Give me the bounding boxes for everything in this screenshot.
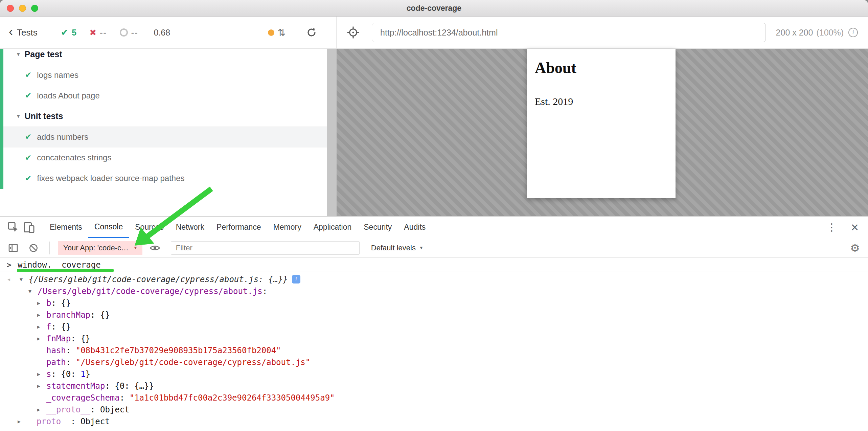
viewport-size: 200 x 200 (776, 28, 813, 38)
status-dot-icon (268, 29, 274, 36)
expander-closed-icon[interactable]: ▶ (37, 324, 46, 330)
reload-button[interactable] (306, 27, 317, 38)
clear-console-button[interactable] (26, 240, 41, 256)
tab-sources[interactable]: Sources (129, 217, 169, 238)
more-options-icon[interactable]: ⋮ (827, 221, 837, 233)
window-title: code-coverage (0, 0, 868, 17)
console-pane: > window.__coverage__ ◂ ▼ {/Users/gleb/g… (0, 258, 868, 427)
expander-closed-icon[interactable]: ▶ (37, 336, 46, 342)
console-drawer-icon (8, 243, 19, 253)
back-to-tests-label: Tests (17, 27, 38, 38)
expander-closed-icon[interactable]: ▶ (37, 312, 46, 318)
expander-open-icon[interactable]: ▼ (28, 288, 38, 294)
expander-closed-icon[interactable]: ▶ (37, 407, 46, 413)
console-prop-row[interactable]: ▶ statementMap: {0: {…}} (0, 380, 868, 392)
check-icon: ✔ (25, 91, 31, 100)
app-preview-area: About Est. 2019 (337, 49, 868, 216)
console-prop-row[interactable]: ▶ s: {0: 1} (0, 368, 868, 380)
console-command-line[interactable]: > window.__coverage__ (0, 258, 868, 272)
test-list-panel: ▾ Page test ✔ logs names ✔ loads About p… (0, 49, 327, 216)
return-value-icon: ◂ (7, 273, 11, 285)
collapse-caret-icon: ▾ (17, 113, 20, 120)
tab-network[interactable]: Network (170, 217, 210, 238)
passing-indicator-strip (0, 49, 3, 189)
device-icon (23, 221, 35, 233)
console-prop-row[interactable]: ▶ __proto__: Object (0, 415, 868, 427)
viewport-zoom: (100%) (816, 28, 844, 38)
console-output: ◂ ▼ {/Users/gleb/git/code-coverage/cypre… (0, 272, 868, 427)
console-prop-row[interactable]: ▶ branchMap: {} (0, 309, 868, 321)
viewport-info: 200 x 200 (100%) (776, 28, 844, 38)
device-toolbar-button[interactable] (21, 220, 37, 235)
live-expression-button[interactable] (147, 240, 163, 256)
app-under-test[interactable]: About Est. 2019 (527, 49, 676, 198)
selector-playground-button[interactable] (347, 26, 360, 39)
test-row-selected[interactable]: ✔ adds numbers (0, 127, 327, 147)
test-row[interactable]: ✔ concatenates strings (0, 147, 327, 168)
console-toolbar: Your App: 'code-c… ▼ Default levels ▼ ⚙ (0, 238, 868, 258)
cypress-toolbar: ‹ Tests ✔ 5 ✖ -- -- 0.68 (0, 17, 868, 49)
console-prop-row[interactable]: hash: "08b431c2fe7b37029e908935b175a2356… (0, 344, 868, 356)
inspect-element-button[interactable] (5, 220, 21, 235)
tab-security[interactable]: Security (358, 217, 398, 238)
tab-performance[interactable]: Performance (210, 217, 267, 238)
chevron-down-icon: ▼ (419, 245, 424, 250)
expander-closed-icon[interactable]: ▶ (37, 300, 46, 306)
check-icon: ✔ (25, 174, 31, 183)
console-result-line[interactable]: ◂ ▼ {/Users/gleb/git/code-coverage/cypre… (0, 273, 868, 285)
console-prop-row[interactable]: ▶ f: {} (0, 321, 868, 333)
console-settings-button[interactable]: ⚙ (850, 242, 868, 254)
test-group-page-test[interactable]: ▾ Page test (0, 49, 327, 65)
test-row[interactable]: ✔ logs names (0, 65, 327, 85)
viewport-info-icon[interactable]: i (848, 28, 858, 37)
passed-stat[interactable]: ✔ 5 (61, 27, 77, 38)
devtools-tab-bar: Elements Console Sources Network Perform… (0, 217, 868, 238)
crosshair-icon (347, 26, 360, 39)
panel-resize-handle[interactable] (327, 49, 337, 216)
expander-closed-icon[interactable]: ▶ (37, 371, 46, 377)
auto-scroll-toggle[interactable]: ⇅ (268, 27, 285, 38)
tab-application[interactable]: Application (307, 217, 358, 238)
page-subtitle: Est. 2019 (535, 96, 676, 107)
console-filter-input[interactable] (171, 241, 360, 255)
pending-count: -- (131, 28, 138, 38)
check-icon: ✔ (25, 132, 31, 141)
console-sidebar-button[interactable] (5, 240, 21, 256)
console-prop-row[interactable]: ▶ fnMap: {} (0, 333, 868, 344)
devtools-panel: Elements Console Sources Network Perform… (0, 216, 868, 431)
console-prompt-icon: > (7, 260, 18, 269)
info-icon[interactable]: i (292, 275, 300, 283)
url-input[interactable] (372, 23, 766, 42)
tab-memory[interactable]: Memory (267, 217, 307, 238)
close-devtools-icon[interactable]: × (851, 221, 859, 234)
test-row[interactable]: ✔ fixes webpack loader source-map pathes (0, 168, 327, 188)
check-icon: ✔ (61, 27, 69, 38)
expander-closed-icon[interactable]: ▶ (37, 383, 46, 389)
console-prop-row[interactable]: path: "/Users/gleb/git/code-coverage/cyp… (0, 356, 868, 368)
console-prop-row[interactable]: _coverageSchema: "1a1c01bbd47fc00a2c39e9… (0, 392, 868, 404)
app-window: code-coverage ‹ Tests ✔ 5 ✖ -- -- (0, 0, 868, 431)
expander-open-icon[interactable]: ▼ (20, 276, 29, 282)
test-group-unit-tests[interactable]: ▾ Unit tests (0, 106, 327, 127)
back-to-tests-button[interactable]: ‹ Tests (0, 17, 48, 48)
test-row[interactable]: ✔ loads About page (0, 85, 327, 106)
failed-stat[interactable]: ✖ -- (89, 28, 107, 38)
console-context-dropdown[interactable]: Your App: 'code-c… ▼ (58, 241, 142, 255)
check-icon: ✔ (25, 70, 31, 80)
pending-stat[interactable]: -- (120, 28, 138, 38)
expander-closed-icon[interactable]: ▶ (18, 418, 27, 425)
console-prop-row[interactable]: ▶ b: {} (0, 297, 868, 309)
console-prop-row[interactable]: ▶ __proto__: Object (0, 404, 868, 415)
console-object-key-line[interactable]: ▼ /Users/gleb/git/code-coverage/cypress/… (0, 285, 868, 297)
reporter-region: ▾ Page test ✔ logs names ✔ loads About p… (0, 49, 868, 216)
pending-circle-icon (120, 28, 128, 37)
console-command: window.__coverage__ (18, 260, 111, 270)
chevron-left-icon: ‹ (9, 26, 13, 38)
tab-console[interactable]: Console (88, 217, 129, 238)
check-icon: ✔ (25, 153, 31, 162)
tab-audits[interactable]: Audits (398, 217, 432, 238)
test-duration: 0.68 (154, 28, 170, 38)
object-preview: {/Users/gleb/git/code-coverage/cypress/a… (29, 275, 288, 284)
log-levels-dropdown[interactable]: Default levels ▼ (371, 244, 424, 252)
tab-elements[interactable]: Elements (44, 217, 88, 238)
